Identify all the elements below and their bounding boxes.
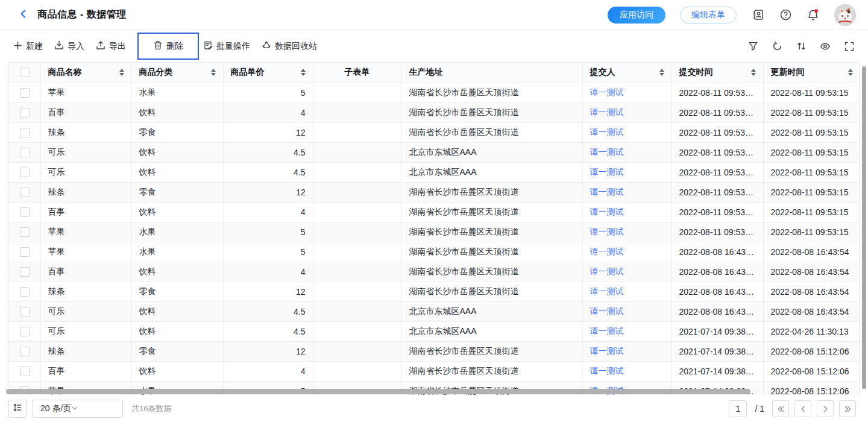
submitter-link[interactable]: 谭一测试 [590,366,624,376]
export-button[interactable]: 导出 [96,40,126,52]
row-checkbox[interactable] [20,128,30,137]
submitter-link[interactable]: 谭一测试 [590,207,624,216]
submitter-link[interactable]: 谭一测试 [590,247,624,256]
cell-submit_time: 2022-08-11 09:53:15 [671,202,763,222]
cell-subform [313,282,401,301]
prev-page-button[interactable] [794,400,811,417]
submitter-link[interactable]: 谭一测试 [590,147,624,157]
submitter-link[interactable]: 谭一测试 [590,326,624,336]
cell-checkbox [9,222,40,242]
cell-update_time: 2022-08-08 15:12:06 [763,361,860,381]
row-checkbox[interactable] [20,88,30,98]
avatar[interactable] [834,4,856,26]
cell-checkbox [9,361,40,381]
cell-name: 百事 [40,202,131,222]
vertical-scrollbar[interactable] [862,66,866,389]
row-checkbox[interactable] [20,367,30,376]
submitter-link[interactable]: 谭一测试 [590,227,624,236]
next-page-button[interactable] [817,400,834,417]
cell-category: 饮料 [131,162,223,182]
row-checkbox[interactable] [20,168,30,177]
batch-edit-icon [203,40,213,52]
page-size-select[interactable]: 20 条/页 [33,400,123,418]
refresh-icon[interactable] [772,41,782,52]
column-header-update_time[interactable]: 更新时间 [763,63,860,83]
bell-icon[interactable] [807,8,820,22]
submitter-link[interactable]: 谭一测试 [590,266,624,276]
sort-carets-icon[interactable] [746,69,756,76]
row-checkbox[interactable] [20,307,30,316]
total-count-text: 共16条数据 [131,403,171,414]
submitter-link[interactable]: 谭一测试 [590,107,624,117]
import-button[interactable]: 导入 [54,40,84,52]
cell-submit_time: 2022-08-11 09:53:15 [671,182,763,202]
column-header-address: 生产地址 [401,63,582,83]
first-page-button[interactable] [772,400,789,417]
submitter-link[interactable]: 谭一测试 [590,286,624,296]
row-checkbox[interactable] [20,267,30,277]
row-checkbox[interactable] [20,347,30,356]
sort-carets-icon[interactable] [296,69,306,76]
cell-subform [313,222,401,242]
cell-submit_time: 2022-08-11 09:53:15 [671,222,763,242]
row-height-button[interactable] [8,400,27,418]
help-icon[interactable] [779,8,792,22]
column-header-name[interactable]: 商品名称 [40,63,131,83]
sort-carets-icon[interactable] [115,69,124,76]
select-all-checkbox[interactable] [20,68,30,77]
row-checkbox[interactable] [20,187,30,197]
cell-update_time: 2022-08-08 15:12:06 [763,381,860,395]
submitter-link[interactable]: 谭一测试 [590,306,624,316]
sort-carets-icon[interactable] [655,69,664,76]
row-checkbox[interactable] [20,108,30,118]
submitter-link[interactable]: 谭一测试 [590,87,624,97]
cell-subform [313,102,401,122]
last-page-button[interactable] [839,400,856,417]
row-checkbox[interactable] [20,247,30,257]
filter-icon[interactable] [747,41,758,52]
trash-icon [153,40,163,52]
recycle-bin-button[interactable]: 数据回收站 [262,40,317,52]
cell-update_time: 2022-08-08 15:12:06 [763,341,860,361]
cell-category: 零食 [131,122,223,142]
address-book-icon[interactable] [751,8,764,22]
row-checkbox[interactable] [20,287,30,297]
cell-price: 5 [223,222,313,242]
submitter-link[interactable]: 谭一测试 [590,187,624,197]
cell-subform [313,202,401,222]
row-checkbox[interactable] [20,148,30,157]
new-button[interactable]: 新建 [13,41,43,52]
data-table: 商品名称商品分类商品单价子表单生产地址提交人提交时间更新时间 苹果水果5湖南省长… [9,63,860,395]
horizontal-scrollbar[interactable] [6,389,750,394]
submitter-link[interactable]: 谭一测试 [590,346,624,356]
column-header-subform: 子表单 [313,63,401,83]
app-access-button[interactable]: 应用访问 [608,7,665,24]
cell-price: 4 [223,361,313,381]
recycle-icon [262,40,271,52]
row-checkbox[interactable] [20,327,30,336]
sort-carets-icon[interactable] [843,69,853,76]
submitter-link[interactable]: 谭一测试 [590,167,624,177]
column-visibility-icon[interactable] [820,41,831,52]
column-header-category[interactable]: 商品分类 [131,63,223,83]
cell-price: 5 [223,83,313,102]
back-button[interactable] [18,8,29,22]
row-checkbox[interactable] [20,207,30,217]
column-header-price[interactable]: 商品单价 [223,63,313,83]
cell-submitter: 谭一测试 [582,122,671,142]
submitter-link[interactable]: 谭一测试 [590,127,624,137]
sort-carets-icon[interactable] [206,69,216,76]
column-header-submit_time[interactable]: 提交时间 [671,63,763,83]
edit-form-button[interactable]: 编辑表单 [680,7,737,24]
cell-name: 可乐 [40,301,131,321]
cell-update_time: 2022-08-11 09:53:15 [763,102,860,122]
cell-name: 辣条 [40,182,131,202]
delete-button[interactable]: 删除 [153,40,183,52]
page-number-input[interactable]: 1 [729,400,747,417]
fullscreen-icon[interactable] [844,41,855,52]
batch-operations-button[interactable]: 批量操作 [203,40,250,52]
row-checkbox[interactable] [20,227,30,237]
cell-update_time: 2022-08-11 09:53:15 [763,202,860,222]
column-header-submitter[interactable]: 提交人 [582,63,671,83]
sort-icon[interactable] [796,41,807,52]
